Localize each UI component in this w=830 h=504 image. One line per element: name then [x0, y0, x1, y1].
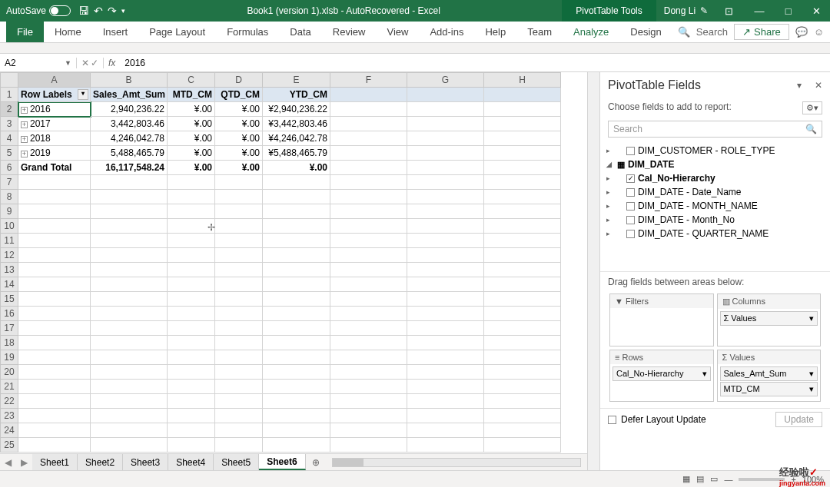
cell[interactable]: [263, 248, 330, 263]
sheet-tab[interactable]: Sheet6: [259, 454, 305, 470]
cell[interactable]: [18, 204, 91, 219]
item-dropdown-icon[interactable]: ▾: [809, 369, 814, 379]
cell[interactable]: [407, 409, 484, 423]
cell[interactable]: [484, 131, 561, 146]
sheet-tab[interactable]: Sheet1: [32, 454, 78, 470]
cell[interactable]: MTD_CM: [168, 88, 215, 102]
cell[interactable]: [484, 292, 561, 307]
cell[interactable]: [263, 292, 330, 307]
expand-icon[interactable]: +: [21, 151, 28, 158]
cell[interactable]: ¥5,488,465.79: [263, 146, 330, 161]
cell[interactable]: [18, 234, 91, 248]
cell[interactable]: [18, 263, 91, 277]
tab-team[interactable]: Team: [516, 22, 563, 42]
cell[interactable]: [484, 321, 561, 336]
cell[interactable]: ¥.00: [168, 146, 215, 161]
cell[interactable]: [407, 336, 484, 350]
cell[interactable]: [168, 263, 215, 277]
cell[interactable]: [330, 161, 407, 175]
row-header[interactable]: 23: [0, 409, 18, 423]
cell[interactable]: [263, 190, 330, 204]
share-button[interactable]: ↗ Share: [734, 24, 789, 40]
cell[interactable]: [18, 307, 91, 321]
cell[interactable]: [330, 190, 407, 204]
cell[interactable]: [330, 380, 407, 394]
cell[interactable]: ¥.00: [168, 131, 215, 146]
cell[interactable]: [91, 292, 168, 307]
row-header[interactable]: 16: [0, 307, 18, 321]
cell[interactable]: [407, 423, 484, 438]
row-header[interactable]: 4: [0, 131, 18, 146]
area-item[interactable]: Σ Values▾: [720, 311, 818, 326]
expand-tri-icon[interactable]: ◢: [606, 161, 612, 168]
cell[interactable]: [263, 307, 330, 321]
search-icon[interactable]: 🔍: [678, 26, 690, 38]
row-header[interactable]: 25: [0, 438, 18, 453]
cell[interactable]: ¥3,442,803.46: [263, 117, 330, 131]
cell[interactable]: [330, 146, 407, 161]
cell[interactable]: [168, 277, 215, 292]
cell[interactable]: 16,117,548.24: [91, 161, 168, 175]
col-header-b[interactable]: B: [91, 72, 168, 88]
cell[interactable]: [484, 277, 561, 292]
cell[interactable]: [407, 175, 484, 190]
cell[interactable]: [91, 277, 168, 292]
cell[interactable]: [168, 292, 215, 307]
cell[interactable]: [263, 394, 330, 409]
cell[interactable]: [407, 161, 484, 175]
cell[interactable]: ¥2,940,236.22: [263, 102, 330, 117]
tab-file[interactable]: File: [6, 22, 44, 42]
cell[interactable]: [91, 263, 168, 277]
cell[interactable]: [215, 277, 263, 292]
sheet-tab[interactable]: Sheet2: [78, 454, 123, 470]
tab-page-layout[interactable]: Page Layout: [138, 22, 216, 42]
field-item[interactable]: ▸DIM_DATE - Date_Name: [605, 185, 825, 199]
cell[interactable]: [168, 438, 215, 453]
cell[interactable]: [407, 88, 484, 102]
cell[interactable]: [263, 321, 330, 336]
expand-icon[interactable]: +: [21, 136, 28, 143]
cell[interactable]: [330, 321, 407, 336]
cell[interactable]: [330, 307, 407, 321]
cell[interactable]: [484, 409, 561, 423]
row-header[interactable]: 6: [0, 161, 18, 175]
cell[interactable]: [215, 423, 263, 438]
cell[interactable]: [330, 102, 407, 117]
cell[interactable]: [407, 321, 484, 336]
cell[interactable]: [330, 423, 407, 438]
row-header[interactable]: 17: [0, 321, 18, 336]
cell[interactable]: [407, 365, 484, 380]
cell[interactable]: [263, 409, 330, 423]
sheet-nav-next-icon[interactable]: ▶: [16, 457, 32, 468]
cell[interactable]: [91, 219, 168, 234]
cell[interactable]: [263, 365, 330, 380]
cell[interactable]: [91, 438, 168, 453]
cell[interactable]: [215, 219, 263, 234]
item-dropdown-icon[interactable]: ▾: [702, 369, 707, 379]
col-header-d[interactable]: D: [215, 72, 263, 88]
expand-icon[interactable]: +: [21, 121, 28, 128]
cell[interactable]: [18, 190, 91, 204]
cell[interactable]: [168, 394, 215, 409]
cell[interactable]: Grand Total: [18, 161, 91, 175]
cell[interactable]: [484, 175, 561, 190]
cell[interactable]: [215, 307, 263, 321]
cell[interactable]: [91, 321, 168, 336]
cell[interactable]: [215, 234, 263, 248]
cell[interactable]: [330, 277, 407, 292]
row-header[interactable]: 2: [0, 102, 18, 117]
update-button[interactable]: Update: [775, 412, 822, 427]
cell[interactable]: [168, 409, 215, 423]
cell[interactable]: [330, 219, 407, 234]
field-search-input[interactable]: Search 🔍: [608, 121, 822, 138]
cell[interactable]: [168, 336, 215, 350]
cell[interactable]: [407, 248, 484, 263]
confirm-formula-icon[interactable]: ✓: [91, 58, 98, 68]
cell[interactable]: [484, 336, 561, 350]
add-sheet-icon[interactable]: ⊕: [306, 457, 326, 468]
cell[interactable]: ¥.00: [168, 161, 215, 175]
cell[interactable]: [215, 380, 263, 394]
ribbon-options-icon[interactable]: ⊡: [715, 5, 742, 17]
cell[interactable]: [484, 190, 561, 204]
col-header-f[interactable]: F: [330, 72, 407, 88]
